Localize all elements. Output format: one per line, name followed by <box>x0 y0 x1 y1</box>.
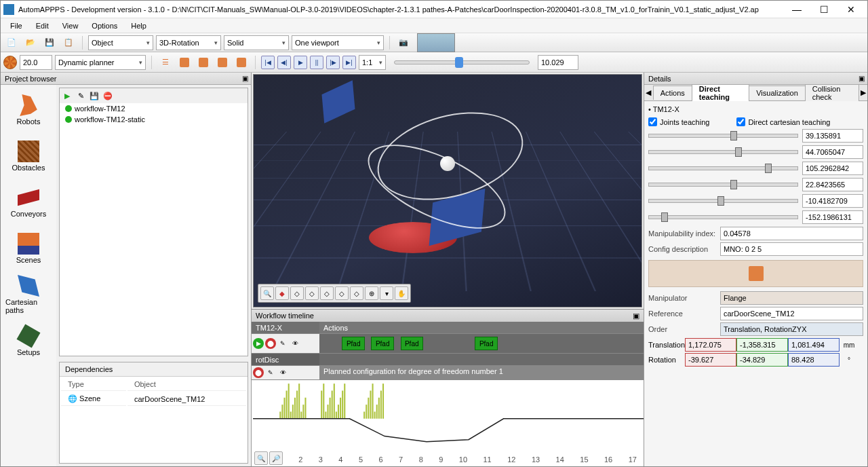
joint-slider-4[interactable] <box>648 183 798 187</box>
close-button[interactable]: ✕ <box>837 1 865 18</box>
robot-tool-4-icon[interactable] <box>233 55 250 70</box>
tab-nav-left[interactable]: ◀ <box>644 88 653 97</box>
menu-edit[interactable]: Edit <box>29 20 56 31</box>
timeline-close-icon[interactable]: ▣ <box>633 312 639 320</box>
mode-combo[interactable]: Object▾ <box>88 35 153 50</box>
menu-options[interactable]: Options <box>85 20 124 31</box>
order-combo[interactable]: Translation, RotationZYX <box>720 322 863 336</box>
camera-icon[interactable]: 📷 <box>395 35 412 50</box>
category-robot[interactable]: Robots <box>5 89 52 131</box>
category-conveyor[interactable]: Conveyors <box>5 181 52 223</box>
planner-combo[interactable]: Dynamic planner▾ <box>55 55 146 70</box>
tree-item[interactable]: workflow-TM12-static <box>60 114 248 125</box>
robot-tool-1-icon[interactable] <box>176 55 193 70</box>
joint-slider-3[interactable] <box>648 166 798 170</box>
category-path[interactable]: Cartesian paths <box>5 274 52 316</box>
translation-x[interactable]: 1,172.075 <box>685 338 736 352</box>
project-tree[interactable]: ▶ ✎ 💾 ⛔ workflow-TM12workflow-TM12-stati… <box>59 88 248 356</box>
translation-y[interactable]: -1,358.315 <box>736 338 788 352</box>
viewport-combo[interactable]: One viewport▾ <box>292 35 384 50</box>
rotation-y[interactable]: -34.829 <box>736 353 788 367</box>
pause-button[interactable]: || <box>310 56 323 69</box>
tab-actions[interactable]: Actions <box>653 86 692 100</box>
time-display[interactable]: 10.029 <box>538 55 578 70</box>
rot-eye-icon[interactable]: 👁 <box>277 367 288 378</box>
3d-viewport[interactable]: 🔍 ◆ ◇ ◇ ◇ ◇ ◇ ⊕ ▾ ✋ <box>253 74 642 307</box>
time-slider[interactable] <box>394 60 530 64</box>
track-play-icon[interactable]: ▶ <box>253 338 264 349</box>
cube-4-icon[interactable]: ◇ <box>335 286 349 300</box>
cartesian-teaching-checkbox[interactable]: Direct cartesian teaching <box>736 117 830 126</box>
tree-play-icon[interactable]: ▶ <box>61 90 73 102</box>
dropdown-icon[interactable]: ▾ <box>380 286 393 300</box>
category-obstacle[interactable]: Obstacles <box>5 135 52 177</box>
step-fwd-button[interactable]: |▶ <box>326 56 340 69</box>
joint-slider-1[interactable] <box>648 134 798 138</box>
open-icon[interactable]: 📂 <box>22 35 39 50</box>
skip-start-button[interactable]: |◀ <box>261 56 275 69</box>
maximize-button[interactable]: ☐ <box>810 1 837 18</box>
rot-stop-icon[interactable]: ⬤ <box>253 367 264 378</box>
skip-end-button[interactable]: ▶| <box>342 56 356 69</box>
cube-3-icon[interactable]: ◇ <box>320 286 334 300</box>
joints-teaching-checkbox[interactable]: Joints teaching <box>648 117 709 126</box>
tab-visualization[interactable]: Visualization <box>749 86 806 100</box>
timeline-clip[interactable]: Pfad <box>342 337 364 350</box>
menu-view[interactable]: View <box>56 20 85 31</box>
cube-red-icon[interactable]: ◆ <box>275 286 289 300</box>
joint-value-6[interactable]: -152.1986131 <box>802 210 863 224</box>
rotation-z[interactable]: 88.428 <box>788 353 840 367</box>
cube-2-icon[interactable]: ◇ <box>305 286 319 300</box>
timeline-clip[interactable]: Pfad <box>475 337 497 350</box>
robot-tool-2-icon[interactable] <box>195 55 212 70</box>
joint-value-2[interactable]: 44.7065047 <box>802 145 863 159</box>
save-icon[interactable]: 💾 <box>41 35 58 50</box>
details-close-icon[interactable]: ▣ <box>859 75 865 82</box>
tree-delete-icon[interactable]: ⛔ <box>102 90 114 102</box>
joint-value-1[interactable]: 39.135891 <box>802 129 863 143</box>
joint-slider-2[interactable] <box>648 150 798 154</box>
category-setup[interactable]: Setups <box>5 320 52 362</box>
ratio-combo[interactable]: 1:1▾ <box>359 55 386 70</box>
tab-nav-right[interactable]: ▶ <box>859 88 867 97</box>
jog-wheel-icon[interactable] <box>3 56 17 69</box>
menu-file[interactable]: File <box>3 20 29 31</box>
minimize-button[interactable]: — <box>783 1 810 18</box>
tree-edit-icon[interactable]: ✎ <box>75 90 87 102</box>
robot-tool-3-icon[interactable] <box>214 55 231 70</box>
cube-1-icon[interactable]: ◇ <box>290 286 304 300</box>
timeline-graph[interactable]: 01234567891011121314151617 🔍 🔎 <box>252 380 644 466</box>
rotation-combo[interactable]: 3D-Rotation▾ <box>156 35 221 50</box>
zoom-icon[interactable]: 🔍 <box>260 286 274 300</box>
menu-help[interactable]: Help <box>124 20 153 31</box>
list-icon[interactable]: ☰ <box>157 55 174 70</box>
joint-value-5[interactable]: -10.4182709 <box>802 194 863 208</box>
track-stop-icon[interactable]: ⬤ <box>265 338 276 349</box>
rotation-x[interactable]: -39.627 <box>685 353 736 367</box>
rot-edit-icon[interactable]: ✎ <box>265 367 276 378</box>
panel-close-icon[interactable]: ▣ <box>242 75 248 82</box>
deps-row[interactable]: 🌐 SzenecarDoorScene_TM12 <box>61 392 246 406</box>
graph-zoom-out-icon[interactable]: 🔎 <box>269 451 283 465</box>
timeline-clip[interactable]: Pfad <box>371 337 393 350</box>
preview-thumbnail[interactable] <box>417 33 455 52</box>
track-eye-icon[interactable]: 👁 <box>290 338 300 349</box>
timeline-track[interactable]: PfadPfadPfadPfad <box>319 334 644 353</box>
globe-icon[interactable]: ⊕ <box>365 286 378 300</box>
manipulator-combo[interactable]: Flange <box>720 291 863 305</box>
hand-icon[interactable]: ✋ <box>395 286 408 300</box>
copy-icon[interactable]: 📋 <box>60 35 77 50</box>
timeline-clip[interactable]: Pfad <box>401 337 423 350</box>
new-icon[interactable]: 📄 <box>3 35 20 50</box>
joint-value-4[interactable]: 22.8423565 <box>802 178 863 191</box>
category-scene[interactable]: Scenes <box>5 227 52 269</box>
speed-input[interactable]: 20.0 <box>20 55 52 70</box>
graph-zoom-in-icon[interactable]: 🔍 <box>254 451 268 465</box>
step-back-button[interactable]: ◀| <box>277 56 291 69</box>
translation-z[interactable]: 1,081.494 <box>788 338 840 352</box>
joint-value-3[interactable]: 105.2962842 <box>802 162 863 175</box>
play-button[interactable]: ▶ <box>294 56 307 69</box>
cube-5-icon[interactable]: ◇ <box>350 286 363 300</box>
tree-save-icon[interactable]: 💾 <box>88 90 100 102</box>
joint-slider-6[interactable] <box>648 215 798 219</box>
